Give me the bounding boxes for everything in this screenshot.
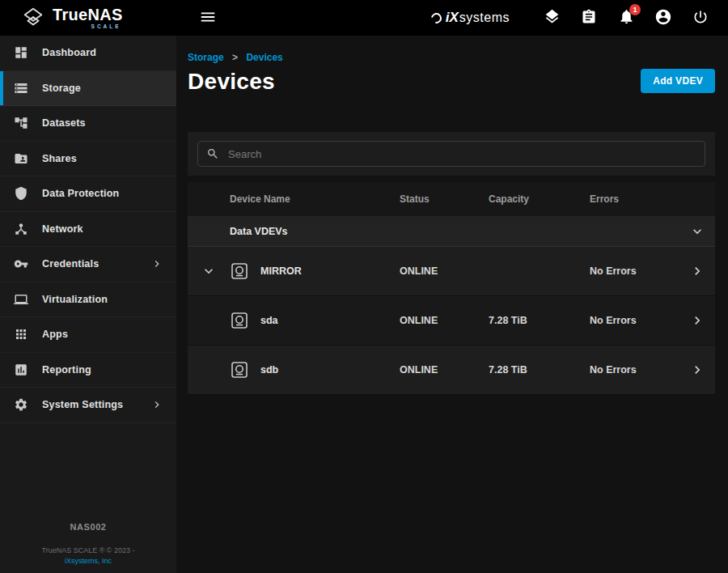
- sidebar-item-shares[interactable]: Shares: [0, 142, 176, 177]
- layers-icon: [544, 8, 561, 28]
- sidebar-item-storage[interactable]: Storage: [0, 71, 176, 107]
- sidebar-item-label: Datasets: [42, 117, 86, 129]
- breadcrumb-devices-link[interactable]: Devices: [246, 52, 282, 63]
- page-title: Devices: [188, 69, 715, 95]
- sidebar-item-reporting[interactable]: Reporting: [0, 353, 176, 388]
- chart-icon: [0, 363, 42, 377]
- breadcrumb-separator: >: [232, 52, 238, 63]
- topbar-actions: iX systems 1: [431, 8, 728, 28]
- device-errors: No Errors: [590, 364, 679, 376]
- ixsystems-logo: iX systems: [431, 10, 510, 26]
- chevron-right-icon: [150, 398, 163, 411]
- table-row-sdb[interactable]: sdb ONLINE 7.28 TiB No Errors: [188, 346, 715, 395]
- copyright-text: TrueNAS SCALE ® © 2023 -: [0, 546, 176, 554]
- disk-icon: [230, 261, 249, 281]
- sidebar-item-label: Credentials: [42, 258, 99, 270]
- sidebar-item-dashboard[interactable]: Dashboard: [0, 36, 176, 71]
- device-status: ONLINE: [400, 315, 489, 326]
- sidebar-item-label: Apps: [42, 329, 68, 340]
- column-header-device-name: Device Name: [230, 193, 400, 205]
- sidebar-item-virtualization[interactable]: Virtualization: [0, 282, 176, 318]
- apps-icon: [0, 327, 42, 342]
- device-name: sdb: [260, 364, 278, 376]
- notification-badge: 1: [629, 4, 641, 15]
- table-row-sda[interactable]: sda ONLINE 7.28 TiB No Errors: [188, 296, 715, 346]
- device-capacity: 7.28 TiB: [489, 315, 590, 326]
- add-vdev-button[interactable]: Add VDEV: [641, 69, 715, 93]
- truenas-logo[interactable]: TrueNAS SCALE: [0, 6, 176, 30]
- column-header-status: Status: [400, 193, 489, 205]
- search-input[interactable]: [226, 147, 696, 161]
- power-icon: [692, 9, 709, 28]
- sidebar-item-data-protection[interactable]: Data Protection: [0, 176, 176, 212]
- key-icon: [0, 257, 42, 271]
- menu-toggle-button[interactable]: [196, 5, 220, 32]
- notifications-button[interactable]: 1: [616, 8, 636, 28]
- row-chevron-right-icon[interactable]: [679, 263, 715, 279]
- sidebar-item-label: System Settings: [42, 399, 123, 410]
- shares-icon: [0, 151, 42, 166]
- truenas-logo-text: TrueNAS SCALE: [53, 6, 123, 30]
- breadcrumb: Storage > Devices: [188, 52, 715, 63]
- gear-icon: [0, 397, 42, 412]
- sidebar-nav: Dashboard Storage Datasets Shares Data P: [0, 36, 176, 573]
- device-capacity: 7.28 TiB: [489, 364, 590, 376]
- power-button[interactable]: [691, 8, 710, 28]
- device-name: MIRROR: [260, 265, 302, 277]
- jobs-button[interactable]: [579, 8, 599, 28]
- sidebar-item-system-settings[interactable]: System Settings: [0, 388, 176, 423]
- sidebar-footer: NAS002 TrueNAS SCALE ® © 2023 - iXsystem…: [0, 522, 176, 565]
- menu-icon: [199, 8, 217, 28]
- dashboard-icon: [0, 45, 42, 60]
- row-chevron-right-icon[interactable]: [679, 362, 715, 378]
- truecommand-button[interactable]: [542, 8, 561, 28]
- network-icon: [0, 222, 42, 236]
- disk-icon: [230, 360, 249, 380]
- sidebar-item-label: Shares: [42, 153, 77, 164]
- storage-icon: [0, 81, 42, 96]
- shield-icon: [0, 186, 42, 201]
- table-header-row: Device Name Status Capacity Errors: [188, 182, 715, 216]
- sidebar-item-label: Dashboard: [42, 47, 96, 58]
- group-label: Data VDEVs: [230, 226, 679, 237]
- disk-icon: [230, 311, 249, 330]
- column-header-capacity: Capacity: [489, 193, 590, 205]
- hostname-label: NAS002: [0, 522, 176, 532]
- table-row-mirror[interactable]: MIRROR ONLINE No Errors: [188, 247, 715, 296]
- group-row-data-vdevs[interactable]: Data VDEVs: [188, 216, 715, 247]
- brand-title: TrueNAS: [53, 6, 123, 23]
- main-content: Storage > Devices Devices Add VDEV Devic…: [176, 36, 728, 573]
- sidebar-item-datasets[interactable]: Datasets: [0, 106, 176, 142]
- ixsystems-link[interactable]: iXsystems, Inc: [0, 557, 176, 565]
- device-status: ONLINE: [400, 364, 489, 376]
- truenas-logo-icon: [21, 6, 45, 30]
- ixsystems-logo-mark-icon: [429, 11, 443, 25]
- sidebar-item-apps[interactable]: Apps: [0, 317, 176, 353]
- chevron-down-icon[interactable]: [679, 223, 715, 240]
- sidebar-item-credentials[interactable]: Credentials: [0, 247, 176, 282]
- search-icon: [206, 147, 219, 160]
- sidebar-item-label: Reporting: [42, 364, 91, 376]
- account-icon: [654, 8, 672, 28]
- ixsystems-logo-systems: systems: [459, 11, 510, 25]
- monitor-icon: [0, 292, 42, 307]
- device-errors: No Errors: [590, 265, 679, 277]
- truenas-app: TrueNAS SCALE iX systems: [0, 0, 728, 573]
- account-button[interactable]: [654, 8, 673, 28]
- chevron-right-icon: [150, 257, 163, 270]
- column-header-errors: Errors: [590, 193, 679, 205]
- expander-chevron-down-icon[interactable]: [188, 263, 230, 279]
- clipboard-icon: [581, 9, 597, 28]
- search-box[interactable]: [197, 141, 705, 167]
- top-header: TrueNAS SCALE iX systems: [0, 0, 728, 36]
- row-chevron-right-icon[interactable]: [679, 312, 715, 329]
- sidebar-item-label: Data Protection: [42, 188, 119, 199]
- datasets-icon: [0, 116, 42, 130]
- sidebar-item-label: Network: [42, 223, 83, 235]
- device-name: sda: [260, 315, 278, 326]
- device-status: ONLINE: [400, 265, 489, 277]
- sidebar-item-label: Virtualization: [42, 294, 108, 305]
- search-card: [188, 132, 715, 176]
- breadcrumb-storage-link[interactable]: Storage: [188, 52, 224, 63]
- sidebar-item-network[interactable]: Network: [0, 212, 176, 248]
